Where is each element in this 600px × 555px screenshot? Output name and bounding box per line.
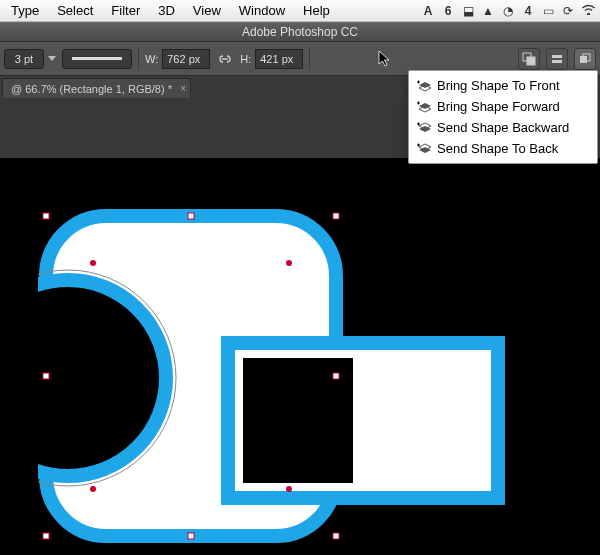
svg-rect-15 xyxy=(43,533,49,539)
shape-layer[interactable] xyxy=(38,208,598,555)
svg-rect-11 xyxy=(188,213,194,219)
stroke-weight-field[interactable]: 3 pt xyxy=(4,49,44,69)
app-titlebar: Adobe Photoshop CC xyxy=(0,22,600,42)
cursor-icon xyxy=(378,50,392,71)
menu-help[interactable]: Help xyxy=(294,3,339,18)
link-icon[interactable] xyxy=(216,50,234,68)
stack-front-icon xyxy=(417,79,433,93)
send-backward-item[interactable]: Send Shape Backward xyxy=(409,117,597,138)
svg-rect-2 xyxy=(552,55,562,58)
document-tab-label: @ 66.7% (Rectangle 1, RGB/8) * xyxy=(11,83,172,95)
path-operations-button[interactable] xyxy=(518,48,540,70)
bring-forward-item[interactable]: Bring Shape Forward xyxy=(409,96,597,117)
wifi-icon[interactable] xyxy=(578,3,598,18)
menu-window[interactable]: Window xyxy=(230,3,294,18)
options-bar: 3 pt W: H: Bring Shape To Front xyxy=(0,42,600,76)
menu-item-label: Send Shape To Back xyxy=(437,141,558,156)
svg-rect-13 xyxy=(43,373,49,379)
chevron-down-icon[interactable] xyxy=(48,56,56,61)
path-align-button[interactable] xyxy=(546,48,568,70)
menu-item-label: Send Shape Backward xyxy=(437,120,569,135)
app-title: Adobe Photoshop CC xyxy=(242,25,358,39)
workspace xyxy=(0,98,600,555)
height-field[interactable] xyxy=(255,49,303,69)
menu-3d[interactable]: 3D xyxy=(149,3,184,18)
sync-icon[interactable]: ⟳ xyxy=(558,4,578,18)
menu-type[interactable]: Type xyxy=(2,3,48,18)
svg-point-18 xyxy=(90,260,96,266)
width-field[interactable] xyxy=(162,49,210,69)
svg-point-8 xyxy=(38,280,166,476)
notification-count: 6 xyxy=(438,4,458,18)
height-label: H: xyxy=(240,53,251,65)
menu-select[interactable]: Select xyxy=(48,3,102,18)
svg-rect-12 xyxy=(333,213,339,219)
svg-rect-10 xyxy=(43,213,49,219)
svg-point-21 xyxy=(286,486,292,492)
path-arrange-button[interactable] xyxy=(574,48,596,70)
stack-back-icon xyxy=(417,142,433,156)
cloud-icon[interactable]: ◔ xyxy=(498,4,518,18)
svg-rect-17 xyxy=(333,533,339,539)
svg-point-20 xyxy=(90,486,96,492)
svg-rect-3 xyxy=(552,60,562,63)
arrange-menu: Bring Shape To Front Bring Shape Forward… xyxy=(408,70,598,164)
svg-rect-16 xyxy=(188,533,194,539)
dropbox-icon[interactable]: ⬓ xyxy=(458,4,478,18)
canvas[interactable] xyxy=(0,158,600,555)
bring-to-front-item[interactable]: Bring Shape To Front xyxy=(409,75,597,96)
menu-filter[interactable]: Filter xyxy=(102,3,149,18)
svg-rect-1 xyxy=(527,57,535,65)
close-icon[interactable]: × xyxy=(180,83,186,94)
stroke-style-picker[interactable] xyxy=(62,49,132,69)
document-tab[interactable]: @ 66.7% (Rectangle 1, RGB/8) * × xyxy=(2,78,191,98)
menu-item-label: Bring Shape To Front xyxy=(437,78,560,93)
menu-item-label: Bring Shape Forward xyxy=(437,99,560,114)
display-icon[interactable]: ▭ xyxy=(538,4,558,18)
svg-point-19 xyxy=(286,260,292,266)
stack-backward-icon xyxy=(417,121,433,135)
adobe-icon[interactable]: A xyxy=(418,4,438,18)
cc-count: 4 xyxy=(518,4,538,18)
stack-forward-icon xyxy=(417,100,433,114)
mac-menubar: Type Select Filter 3D View Window Help A… xyxy=(0,0,600,22)
menu-view[interactable]: View xyxy=(184,3,230,18)
width-label: W: xyxy=(145,53,158,65)
send-to-back-item[interactable]: Send Shape To Back xyxy=(409,138,597,159)
drive-icon[interactable]: ▲ xyxy=(478,4,498,18)
svg-rect-14 xyxy=(333,373,339,379)
